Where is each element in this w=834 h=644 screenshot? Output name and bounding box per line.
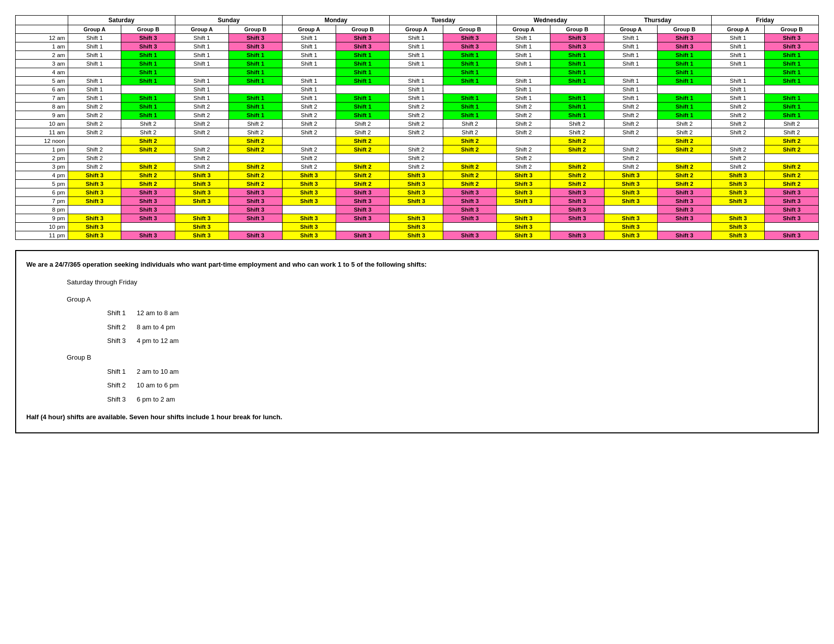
cell: Shift 3 [711,171,765,180]
cell: Shift 3 [175,214,228,223]
cell: Shift 2 [711,128,765,137]
cell: Shift 3 [121,214,175,223]
cell: Shift 3 [390,214,443,223]
time-1pm: 1 pm [16,145,68,154]
cell: Shift 2 [443,128,497,137]
cell: Shift 2 [658,120,712,128]
cell: Shift 2 [497,163,550,171]
cell: Shift 2 [68,163,121,171]
cell: Shift 3 [228,206,283,214]
cell: Shift 1 [604,34,658,42]
cell: Shift 2 [443,137,497,145]
cell: Shift 1 [68,60,121,68]
cell: Shift 2 [497,128,550,137]
info-shiftB2: Shift 2 10 am to 6 pm [107,379,808,391]
cell: Shift 3 [443,214,497,223]
time-9am: 9 am [16,111,68,120]
cell: Shift 2 [175,128,228,137]
cell: Shift 3 [765,206,819,214]
cell: Shift 1 [283,51,336,60]
cell: Shift 1 [68,85,121,94]
cell: Shift 1 [658,77,712,85]
cell: Shift 2 [390,111,443,120]
cell: Shift 1 [497,42,550,51]
table-row: 1 am Shift 1 Shift 3 Shift 1 Shift 3 Shi… [16,42,819,51]
cell: Shift 3 [228,188,283,197]
cell: Shift 2 [175,154,228,163]
cell: Shift 1 [390,94,443,103]
cell [443,85,497,94]
cell [228,85,283,94]
cell: Shift 2 [175,145,228,154]
table-row: 10 am Shift 2 Shift 2 Shift 2 Shift 2 Sh… [16,120,819,128]
cell: Shift 3 [658,42,712,51]
cell: Shift 3 [658,206,712,214]
cell: Shift 2 [604,103,658,111]
cell: Shift 3 [550,42,605,51]
cell: Shift 1 [658,103,712,111]
cell: Shift 3 [390,197,443,206]
cell: Shift 2 [390,103,443,111]
cell: Shift 1 [765,77,819,85]
cell: Shift 2 [550,128,605,137]
cell: Shift 2 [765,180,819,188]
cell: Shift 3 [658,197,712,206]
cell: Shift 3 [550,188,605,197]
cell: Shift 1 [68,34,121,42]
cell: Shift 2 [228,120,283,128]
cell: Shift 3 [604,171,658,180]
cell: Shift 1 [443,60,497,68]
cell: Shift 2 [121,145,175,154]
cell: Shift 2 [604,145,658,154]
cell [765,223,819,231]
cell: Shift 3 [121,206,175,214]
cell [443,223,497,231]
cell [550,154,605,163]
info-shiftA2: Shift 2 8 am to 4 pm [107,321,808,333]
cell: Shift 2 [121,171,175,180]
cell: Shift 3 [658,231,712,240]
cell: Shift 2 [711,154,765,163]
cell: Shift 1 [550,60,605,68]
time-4pm: 4 pm [16,171,68,180]
cell: Shift 1 [658,94,712,103]
time-4am: 4 am [16,68,68,77]
info-shiftA1: Shift 1 12 am to 8 am [107,307,808,319]
cell: Shift 1 [550,111,605,120]
time-6pm: 6 pm [16,188,68,197]
cell: Shift 1 [336,51,390,60]
cell: Shift 1 [336,68,390,77]
cell: Shift 1 [765,103,819,111]
cell: Shift 3 [765,188,819,197]
cell: Shift 3 [336,214,390,223]
cell: Shift 1 [604,51,658,60]
cell: Shift 1 [228,77,283,85]
cell [121,85,175,94]
cell: Shift 2 [121,180,175,188]
cell: Shift 3 [604,197,658,206]
cell [68,137,121,145]
cell [711,68,765,77]
cell: Shift 3 [228,214,283,223]
cell: Shift 3 [765,42,819,51]
cell: Shift 3 [228,231,283,240]
cell: Shift 3 [550,197,605,206]
cell: Shift 1 [228,68,283,77]
cell: Shift 1 [711,34,765,42]
cell: Shift 3 [765,231,819,240]
cell: Shift 3 [711,214,765,223]
cell: Shift 3 [283,180,336,188]
cell: Shift 1 [443,94,497,103]
tue-gb: Group B [443,25,497,34]
cell: Shift 3 [121,188,175,197]
cell: Shift 3 [175,231,228,240]
cell: Shift 2 [175,103,228,111]
cell [711,137,765,145]
cell: Shift 2 [765,171,819,180]
time-8am: 8 am [16,103,68,111]
mon-gb: Group B [336,25,390,34]
time-6am: 6 am [16,85,68,94]
cell: Shift 2 [443,120,497,128]
cell [336,154,390,163]
cell: Shift 1 [711,77,765,85]
